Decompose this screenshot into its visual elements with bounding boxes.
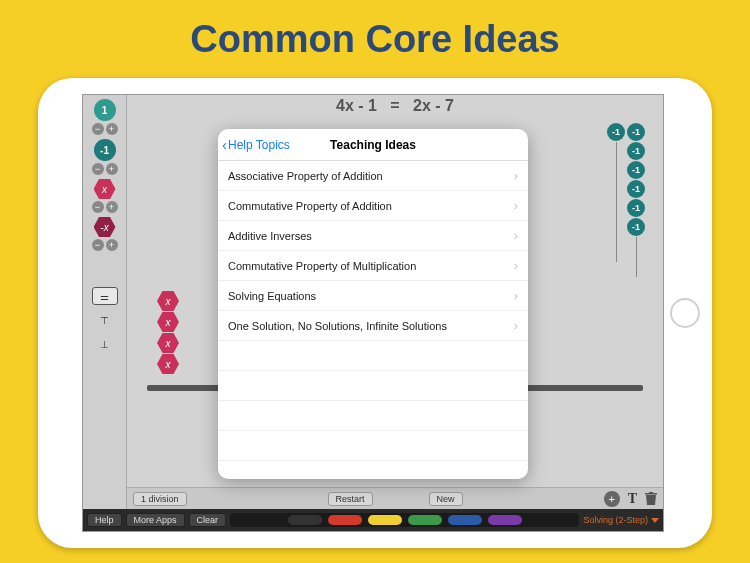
more-apps-button[interactable]: More Apps [126,513,185,527]
equals-sign: = [390,97,399,114]
balloon-minus-one[interactable]: -1 [627,161,645,179]
token-palette: 1 −+ -1 −+ x −+ -x −+ ⚌ ⊤ ⊥ [83,95,127,531]
status-button[interactable]: Solving (2-Step) [583,515,659,525]
help-popover: ‹ Help Topics Teaching Ideas Associative… [218,129,528,479]
marker-green[interactable] [408,515,442,525]
list-item-label: One Solution, No Solutions, Infinite Sol… [228,320,447,332]
list-item: . [218,401,528,431]
token-x[interactable]: x [157,354,179,374]
list-item-label: Additive Inverses [228,230,312,242]
restart-button[interactable]: Restart [328,492,373,506]
token-x[interactable]: x [157,291,179,311]
marker-yellow[interactable] [368,515,402,525]
minus-icon[interactable]: − [92,163,104,175]
text-tool-button[interactable]: T [628,491,637,507]
list-item: . [218,431,528,461]
right-pan-balloons[interactable]: -1 -1 -1 -1 -1 -1 -1 [607,123,645,277]
trash-icon[interactable] [645,492,657,506]
chevron-right-icon: › [514,168,518,183]
bottom-toolbar: Help More Apps Clear Solving (2-Step) [83,509,663,531]
list-item: . [218,341,528,371]
marker-blue[interactable] [448,515,482,525]
chevron-right-icon: › [514,198,518,213]
list-item[interactable]: Associative Property of Addition› [218,161,528,191]
help-button[interactable]: Help [87,513,122,527]
app-screen: 1 −+ -1 −+ x −+ -x −+ ⚌ ⊤ ⊥ 4x - 1 = 2x … [82,94,664,532]
balloon-string [636,237,637,277]
list-item[interactable]: One Solution, No Solutions, Infinite Sol… [218,311,528,341]
balance-tool-icon[interactable]: ⚌ [92,287,118,305]
equation-display: 4x - 1 = 2x - 7 [127,97,663,115]
token-neg-x[interactable]: -x [94,217,116,237]
chevron-down-icon [651,518,659,523]
back-button[interactable]: ‹ Help Topics [218,137,290,152]
token-minus-one[interactable]: -1 [94,139,116,161]
equation-lhs: 4x - 1 [336,97,377,114]
topic-list[interactable]: Associative Property of Addition› Commut… [218,161,528,479]
token-plus-one[interactable]: 1 [94,99,116,121]
back-label: Help Topics [228,138,290,152]
equation-rhs: 2x - 7 [413,97,454,114]
group-tool-icon[interactable]: ⊥ [92,335,118,353]
list-item[interactable]: Commutative Property of Addition› [218,191,528,221]
balloon-minus-one[interactable]: -1 [627,199,645,217]
minus-icon[interactable]: − [92,201,104,213]
balloon-minus-one[interactable]: -1 [627,142,645,160]
list-item: . [218,371,528,401]
page-title: Common Core Ideas [0,0,750,61]
ipad-frame: 1 −+ -1 −+ x −+ -x −+ ⚌ ⊤ ⊥ 4x - 1 = 2x … [38,78,712,548]
token-x[interactable]: x [94,179,116,199]
plus-icon[interactable]: + [106,239,118,251]
popover-header: ‹ Help Topics Teaching Ideas [218,129,528,161]
clear-button[interactable]: Clear [189,513,227,527]
list-item[interactable]: Solving Equations› [218,281,528,311]
home-button[interactable] [670,298,700,328]
chevron-right-icon: › [514,228,518,243]
chevron-right-icon: › [514,258,518,273]
list-item[interactable]: Additive Inverses› [218,221,528,251]
canvas-toolbar: 1 division Restart New + T [127,487,663,509]
balloon-minus-one[interactable]: -1 [627,123,645,141]
chevron-left-icon: ‹ [222,137,227,152]
division-button[interactable]: 1 division [133,492,187,506]
new-button[interactable]: New [429,492,463,506]
plus-icon[interactable]: + [106,163,118,175]
balloon-string [616,142,617,262]
split-tool-icon[interactable]: ⊤ [92,311,118,329]
token-x[interactable]: x [157,333,179,353]
list-item-label: Commutative Property of Multiplication [228,260,416,272]
status-label: Solving (2-Step) [583,515,648,525]
plus-icon[interactable]: + [106,123,118,135]
list-item[interactable]: Commutative Property of Multiplication› [218,251,528,281]
balloon-minus-one[interactable]: -1 [627,180,645,198]
list-item-label: Solving Equations [228,290,316,302]
minus-icon[interactable]: − [92,123,104,135]
list-item-label: Commutative Property of Addition [228,200,392,212]
marker-tray [230,513,579,527]
balloon-minus-one[interactable]: -1 [607,123,625,141]
marker-red[interactable] [328,515,362,525]
token-x[interactable]: x [157,312,179,332]
list-item-label: Associative Property of Addition [228,170,383,182]
left-pan-tokens[interactable]: x x x x [157,290,179,375]
add-button[interactable]: + [604,491,620,507]
balloon-minus-one[interactable]: -1 [627,218,645,236]
marker-purple[interactable] [488,515,522,525]
plus-icon[interactable]: + [106,201,118,213]
chevron-right-icon: › [514,318,518,333]
minus-icon[interactable]: − [92,239,104,251]
marker-black[interactable] [288,515,322,525]
chevron-right-icon: › [514,288,518,303]
